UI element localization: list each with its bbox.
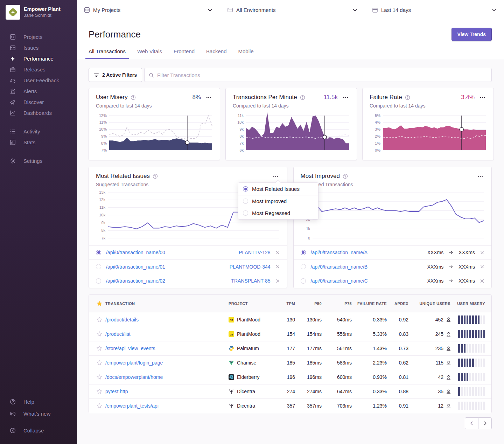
- sidebar-item[interactable]: Stats: [0, 137, 77, 148]
- option-radio[interactable]: [243, 199, 248, 204]
- dismiss-icon[interactable]: [275, 279, 280, 283]
- dismiss-icon[interactable]: [480, 250, 484, 255]
- star-toggle[interactable]: [89, 317, 105, 322]
- column-header-unique-users[interactable]: UNIQUE USERS: [409, 301, 451, 306]
- project-cell[interactable]: JS PlantMood: [229, 317, 278, 322]
- project-cell[interactable]: Elderberry: [229, 374, 278, 380]
- sidebar-item-label: Dashboards: [23, 110, 52, 116]
- star-toggle[interactable]: [89, 403, 105, 409]
- issue-link[interactable]: PLANTTV-128: [239, 250, 270, 255]
- transaction-link[interactable]: /empowerplant/login_page: [105, 360, 229, 366]
- previous-page-button[interactable]: [465, 417, 478, 429]
- tab[interactable]: Web Vitals: [137, 48, 162, 59]
- column-header-p75[interactable]: P75: [322, 301, 352, 306]
- dismiss-icon[interactable]: [275, 250, 280, 255]
- project-filter-dropdown[interactable]: My Projects: [77, 0, 220, 20]
- dropdown-option[interactable]: Most Regressed: [238, 207, 318, 219]
- date-range-dropdown[interactable]: Last 14 days: [365, 0, 504, 20]
- option-radio[interactable]: [243, 186, 248, 192]
- sidebar-item[interactable]: Issues: [0, 42, 77, 53]
- sidebar-item[interactable]: Dashboards: [0, 107, 77, 118]
- transaction-link[interactable]: pytest.http: [105, 389, 229, 394]
- card-menu-button[interactable]: [272, 173, 280, 179]
- project-cell[interactable]: Palmatum: [229, 346, 278, 351]
- help-icon[interactable]: [131, 95, 136, 100]
- star-toggle[interactable]: [89, 374, 105, 380]
- transaction-link[interactable]: /api/0/transaction_name/00: [106, 250, 165, 255]
- option-radio[interactable]: [243, 210, 248, 216]
- chevron-right-icon: [483, 421, 488, 426]
- transaction-link[interactable]: /api/0/transaction_name/B: [311, 264, 368, 270]
- sidebar-item[interactable]: Discover: [0, 97, 77, 107]
- dropdown-option[interactable]: Most Related Issues: [238, 183, 318, 195]
- help-icon[interactable]: [300, 95, 305, 100]
- column-header-project[interactable]: PROJECT: [229, 301, 278, 306]
- org-switcher[interactable]: Empower Plant Jane Schmidt: [0, 0, 77, 23]
- column-header-tpm[interactable]: TPM: [278, 301, 296, 306]
- help-icon[interactable]: [405, 95, 410, 100]
- card-menu-button[interactable]: [204, 94, 213, 100]
- transaction-link[interactable]: /docs/empowerplant/home: [105, 374, 229, 380]
- help-icon[interactable]: [343, 174, 348, 179]
- sidebar-item[interactable]: Releases: [0, 64, 77, 75]
- transaction-link[interactable]: /product/list: [105, 331, 229, 337]
- transaction-link[interactable]: /api/0/transaction_name/02: [106, 278, 165, 284]
- star-toggle[interactable]: [89, 389, 105, 394]
- view-trends-button[interactable]: View Trends: [451, 28, 492, 41]
- transaction-radio[interactable]: [301, 264, 306, 269]
- dismiss-icon[interactable]: [275, 264, 280, 269]
- column-header-user-misery[interactable]: USER MISERY: [451, 301, 491, 306]
- sidebar-item[interactable]: Settings: [0, 155, 77, 166]
- transaction-link[interactable]: /store/api_view_events: [105, 346, 229, 351]
- transaction-radio[interactable]: [301, 250, 306, 255]
- transaction-radio[interactable]: [96, 264, 101, 269]
- project-cell[interactable]: JS PlantMood: [229, 331, 278, 337]
- dismiss-icon[interactable]: [480, 279, 484, 283]
- transaction-radio[interactable]: [96, 250, 101, 255]
- column-header-apdex[interactable]: APDEX: [387, 301, 409, 306]
- issue-link[interactable]: PLANTMOOD-344: [230, 264, 271, 270]
- active-filters-button[interactable]: 2 Active Filters: [89, 68, 142, 82]
- help-icon[interactable]: [153, 174, 158, 179]
- sidebar-item[interactable]: Activity: [0, 126, 77, 137]
- project-cell[interactable]: Chamise: [229, 360, 278, 366]
- star-toggle[interactable]: [89, 331, 105, 337]
- tab[interactable]: Backend: [206, 48, 226, 59]
- transaction-link[interactable]: /api/0/transaction_name/C: [311, 278, 368, 284]
- sidebar-item[interactable]: Projects: [0, 32, 77, 42]
- tab[interactable]: Frontend: [174, 48, 195, 59]
- next-page-button[interactable]: [478, 417, 492, 429]
- tab[interactable]: All Transactions: [89, 48, 126, 59]
- unique-users-cell: 452: [409, 317, 451, 322]
- apdex-value: 0.81: [387, 374, 409, 380]
- sidebar-item[interactable]: Performance: [0, 53, 77, 64]
- star-toggle[interactable]: [89, 360, 105, 366]
- sidebar-footer-item[interactable]: Help: [0, 396, 77, 408]
- column-header-failure-rate[interactable]: FAILURE RATE: [352, 301, 387, 306]
- issue-link[interactable]: TRANSPLANT-85: [231, 278, 270, 284]
- transaction-search-input[interactable]: [157, 72, 487, 78]
- transaction-link[interactable]: /empowerplant_tests/api: [105, 403, 229, 409]
- sidebar-item[interactable]: Alerts: [0, 86, 77, 97]
- environment-filter-dropdown[interactable]: All Environments: [220, 0, 365, 20]
- card-menu-button[interactable]: [476, 173, 484, 179]
- sidebar-footer-item[interactable]: What’s new: [0, 408, 77, 419]
- transaction-radio[interactable]: [301, 278, 306, 284]
- card-menu-button[interactable]: [478, 94, 486, 100]
- transaction-radio[interactable]: [96, 278, 101, 284]
- dropdown-option[interactable]: Most Improved: [238, 195, 318, 207]
- card-menu-button[interactable]: [341, 94, 350, 100]
- tab[interactable]: Mobile: [238, 48, 253, 59]
- project-cell[interactable]: Dicentra: [229, 389, 278, 394]
- column-header-transaction[interactable]: TRANSACTION: [105, 301, 229, 306]
- star-column-header[interactable]: [89, 301, 105, 306]
- sidebar-collapse-button[interactable]: Collapse: [0, 424, 77, 436]
- transaction-link[interactable]: /api/0/transaction_name/01: [106, 264, 165, 270]
- sidebar-item[interactable]: User Feedback: [0, 75, 77, 86]
- transaction-link[interactable]: /product/details: [105, 317, 229, 322]
- project-cell[interactable]: Dicentra: [229, 403, 278, 409]
- transaction-link[interactable]: /api/0/transaction_name/A: [311, 250, 368, 255]
- dismiss-icon[interactable]: [480, 264, 484, 269]
- column-header-p50[interactable]: P50: [296, 301, 322, 306]
- star-toggle[interactable]: [89, 346, 105, 351]
